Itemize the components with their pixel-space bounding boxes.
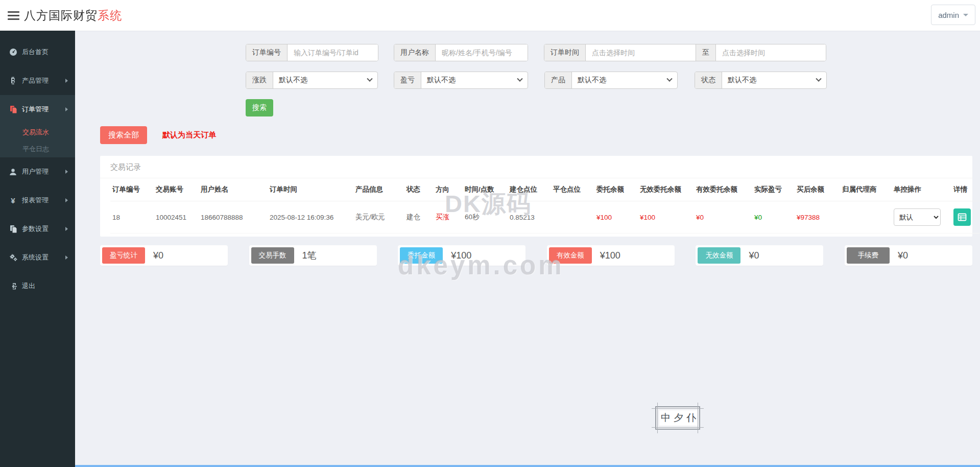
order-no-input-group: 订单编号 (246, 44, 378, 61)
cell-control: 默认 (892, 201, 951, 233)
chevron-right-icon (65, 79, 68, 83)
bitcoin-icon (9, 77, 17, 85)
col-header: 有效委托余额 (694, 178, 752, 201)
cell-agent (840, 201, 892, 233)
chevron-down-icon (963, 14, 968, 16)
stat-entrust-amount: 委托金额 ¥100 (398, 245, 525, 266)
cell-detail (951, 201, 979, 233)
profit-select[interactable]: 默认不选 (421, 72, 528, 88)
cell-actual-profit: ¥0 (752, 201, 795, 233)
horizontal-scrollbar[interactable] (75, 465, 980, 467)
updown-select-value: 默认不选 (279, 76, 307, 85)
status-label: 状态 (695, 72, 722, 88)
stamp-char: 仆 (685, 410, 698, 426)
col-header: 单控操作 (892, 178, 951, 201)
time-to-label: 至 (696, 44, 716, 61)
col-header: 产品信息 (353, 178, 404, 201)
hamburger-menu-icon[interactable] (8, 9, 19, 22)
sidebar-subitem-close-log[interactable]: 平仓日志 (0, 141, 75, 157)
trade-records-table: 订单编号 交易账号 用户姓名 订单时间 产品信息 状态 方向 时间/点数 建仓点… (110, 178, 979, 233)
stat-label: 手续费 (847, 247, 890, 264)
cell-duration: 60秒 (463, 201, 508, 233)
sidebar-subitem-trade-flow[interactable]: 交易流水 (0, 124, 75, 141)
col-header: 委托余额 (594, 178, 638, 201)
filter-row-1: 订单编号 用户名称 订单时间 至 (246, 44, 828, 61)
user-menu-button[interactable]: admin (931, 5, 975, 25)
panel-title: 交易记录 (100, 156, 972, 178)
sidebar-item-dashboard[interactable]: 后台首页 (0, 38, 75, 66)
col-header: 方向 (434, 178, 463, 201)
profit-label: 盈亏 (394, 72, 421, 88)
sidebar-item-orders[interactable]: 订单管理 (0, 95, 75, 124)
col-header: 时间/点数 (463, 178, 508, 201)
chevron-right-icon (65, 227, 68, 231)
updown-label: 涨跌 (246, 72, 273, 88)
sidebar-item-reports[interactable]: ¥ 报表管理 (0, 186, 75, 215)
stamp-char: 夕 (672, 410, 685, 426)
sidebar-item-label: 后台首页 (22, 48, 49, 57)
col-header: 买后余额 (795, 178, 840, 201)
updown-select[interactable]: 默认不选 (273, 72, 377, 88)
cell-username: 18660788888 (199, 201, 268, 233)
control-select[interactable]: 默认 (894, 208, 941, 226)
app-title: 八方国际财贸系统 (24, 8, 122, 24)
trade-records-panel: 交易记录 订单编号 交易账号 用户姓名 订单时间 产品信息 状态 方向 时间/点 (100, 156, 972, 237)
user-name-input[interactable] (436, 44, 528, 61)
status-select[interactable]: 默认不选 (722, 72, 826, 88)
sidebar-item-users[interactable]: 用户管理 (0, 157, 75, 186)
detail-button[interactable] (953, 208, 971, 226)
sidebar-item-label: 订单管理 (22, 105, 49, 114)
order-no-input[interactable] (288, 44, 378, 61)
sidebar-item-label: 报表管理 (22, 196, 49, 205)
cell-valid-entrust-balance: ¥0 (694, 201, 752, 233)
sidebar-subitem-label: 交易流水 (22, 128, 49, 137)
dashboard-icon (9, 48, 17, 57)
updown-select-group: 涨跌 默认不选 (246, 72, 378, 89)
status-select-value: 默认不选 (728, 76, 756, 85)
sidebar-group-orders: 订单管理 交易流水 平仓日志 (0, 95, 75, 157)
chevron-right-icon (65, 198, 68, 202)
stat-value: 1笔 (302, 249, 317, 262)
search-filter-form: 订单编号 用户名称 订单时间 至 涨跌 默认不选 (246, 44, 828, 89)
col-header: 归属代理商 (840, 178, 892, 201)
status-select-group: 状态 默认不选 (695, 72, 827, 89)
app-title-main: 八方国际财贸 (24, 9, 98, 22)
stat-profit-total: 盈亏统计 ¥0 (100, 245, 228, 266)
col-header: 用户姓名 (199, 178, 268, 201)
stat-value: ¥0 (749, 250, 759, 261)
cell-direction: 买涨 (434, 201, 463, 233)
col-header: 实际盈亏 (752, 178, 795, 201)
sidebar-item-settings[interactable]: 系统设置 (0, 243, 75, 272)
chevron-right-icon (65, 255, 68, 260)
sidebar-item-label: 产品管理 (22, 76, 49, 85)
chevron-down-icon (517, 76, 522, 82)
sidebar-item-label: 用户管理 (22, 167, 49, 176)
product-select[interactable]: 默认不选 (572, 72, 677, 88)
stat-value: ¥100 (451, 250, 471, 261)
main-content: DK源码 dkeym.com 订单编号 用户名称 订单时间 至 涨跌 (75, 31, 980, 467)
sidebar-item-params[interactable]: 参数设置 (0, 215, 75, 243)
col-header: 无效委托余额 (638, 178, 694, 201)
sidebar-item-logout[interactable]: 退出 (0, 272, 75, 300)
stat-trade-count: 交易手数 1笔 (249, 245, 377, 266)
top-header: 八方国际财贸系统 admin (0, 0, 980, 31)
sidebar-item-products[interactable]: 产品管理 (0, 66, 75, 95)
col-header: 状态 (404, 178, 434, 201)
sidebar-item-label: 参数设置 (22, 224, 49, 233)
time-start-input[interactable] (586, 44, 696, 61)
order-time-label: 订单时间 (544, 44, 586, 61)
sidebar-item-label: 退出 (22, 282, 35, 291)
stats-row: 盈亏统计 ¥0 交易手数 1笔 委托金额 ¥100 有效金额 ¥100 无效金额… (100, 245, 972, 266)
cell-close-point (551, 201, 594, 233)
col-header: 建仓点位 (508, 178, 551, 201)
search-all-button[interactable]: 搜索全部 (100, 126, 147, 144)
user-icon (9, 168, 17, 176)
table-header-row: 订单编号 交易账号 用户姓名 订单时间 产品信息 状态 方向 时间/点数 建仓点… (110, 178, 979, 201)
order-time-input-group: 订单时间 至 (544, 44, 826, 61)
table-row: 18 10002451 18660788888 2025-08-12 16:09… (110, 201, 979, 233)
time-end-input[interactable] (716, 44, 826, 61)
filter-row-2: 涨跌 默认不选 盈亏 默认不选 产品 默认不选 (246, 72, 828, 89)
yen-icon: ¥ (9, 196, 17, 205)
profit-select-value: 默认不选 (427, 76, 456, 85)
search-button[interactable]: 搜索 (246, 99, 273, 116)
